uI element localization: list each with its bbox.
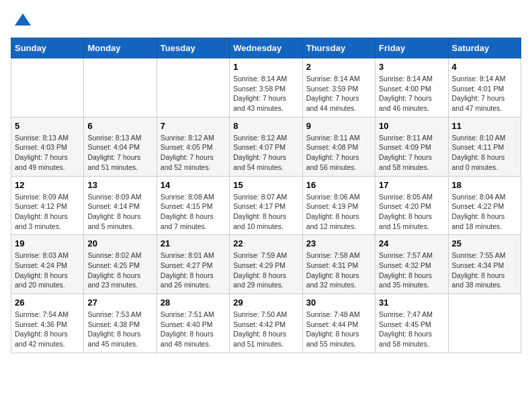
calendar-cell: 31Sunrise: 7:47 AMSunset: 4:45 PMDayligh… [375, 294, 448, 353]
calendar-cell: 27Sunrise: 7:53 AMSunset: 4:38 PMDayligh… [84, 294, 157, 353]
calendar-cell: 15Sunrise: 8:07 AMSunset: 4:17 PMDayligh… [230, 176, 302, 235]
page-header [11, 11, 521, 30]
day-info: Sunrise: 7:58 AMSunset: 4:31 PMDaylight:… [306, 250, 371, 290]
calendar-week-4: 19Sunrise: 8:03 AMSunset: 4:24 PMDayligh… [11, 235, 521, 294]
day-info: Sunrise: 7:55 AMSunset: 4:34 PMDaylight:… [452, 250, 517, 290]
day-info: Sunrise: 8:10 AMSunset: 4:11 PMDaylight:… [452, 133, 517, 173]
day-number: 6 [87, 121, 152, 131]
day-number: 8 [233, 121, 298, 131]
day-info: Sunrise: 8:13 AMSunset: 4:03 PMDaylight:… [15, 133, 80, 173]
day-info: Sunrise: 8:14 AMSunset: 3:59 PMDaylight:… [306, 74, 371, 113]
calendar-cell: 16Sunrise: 8:06 AMSunset: 4:19 PMDayligh… [302, 176, 375, 235]
day-info: Sunrise: 8:02 AMSunset: 4:25 PMDaylight:… [87, 250, 152, 290]
calendar-cell: 24Sunrise: 7:57 AMSunset: 4:32 PMDayligh… [375, 235, 448, 294]
day-info: Sunrise: 8:09 AMSunset: 4:14 PMDaylight:… [87, 192, 152, 232]
day-number: 3 [379, 62, 444, 72]
calendar-cell: 21Sunrise: 8:01 AMSunset: 4:27 PMDayligh… [157, 235, 229, 294]
calendar-cell: 1Sunrise: 8:14 AMSunset: 3:58 PMDaylight… [230, 58, 302, 118]
calendar-cell: 20Sunrise: 8:02 AMSunset: 4:25 PMDayligh… [84, 235, 157, 294]
calendar-cell: 29Sunrise: 7:50 AMSunset: 4:42 PMDayligh… [230, 294, 302, 353]
day-number: 9 [306, 121, 371, 131]
calendar-cell [448, 294, 521, 353]
day-number: 7 [161, 121, 226, 131]
day-number: 22 [233, 238, 298, 248]
day-number: 24 [379, 238, 444, 248]
calendar-table: SundayMondayTuesdayWednesdayThursdayFrid… [11, 38, 521, 353]
calendar-cell: 2Sunrise: 8:14 AMSunset: 3:59 PMDaylight… [302, 58, 375, 118]
calendar-cell: 26Sunrise: 7:54 AMSunset: 4:36 PMDayligh… [11, 294, 84, 353]
calendar-cell: 18Sunrise: 8:04 AMSunset: 4:22 PMDayligh… [448, 176, 521, 235]
col-header-friday: Friday [375, 38, 448, 58]
calendar-cell: 3Sunrise: 8:14 AMSunset: 4:00 PMDaylight… [375, 58, 448, 118]
day-info: Sunrise: 7:57 AMSunset: 4:32 PMDaylight:… [379, 250, 444, 290]
day-number: 17 [379, 180, 444, 190]
col-header-sunday: Sunday [11, 38, 84, 58]
calendar-cell: 30Sunrise: 7:48 AMSunset: 4:44 PMDayligh… [302, 294, 375, 353]
calendar-cell: 11Sunrise: 8:10 AMSunset: 4:11 PMDayligh… [448, 117, 521, 176]
calendar-header-row: SundayMondayTuesdayWednesdayThursdayFrid… [11, 38, 521, 58]
calendar-week-1: 1Sunrise: 8:14 AMSunset: 3:58 PMDaylight… [11, 58, 521, 118]
calendar-cell [157, 58, 229, 118]
calendar-cell: 22Sunrise: 7:59 AMSunset: 4:29 PMDayligh… [230, 235, 302, 294]
day-number: 25 [452, 238, 517, 248]
day-number: 23 [306, 238, 371, 248]
day-number: 5 [15, 121, 80, 131]
day-info: Sunrise: 8:14 AMSunset: 4:00 PMDaylight:… [379, 74, 444, 113]
calendar-cell: 25Sunrise: 7:55 AMSunset: 4:34 PMDayligh… [448, 235, 521, 294]
calendar-week-2: 5Sunrise: 8:13 AMSunset: 4:03 PMDaylight… [11, 117, 521, 176]
day-info: Sunrise: 7:47 AMSunset: 4:45 PMDaylight:… [379, 310, 444, 349]
day-number: 19 [15, 238, 80, 248]
day-info: Sunrise: 8:14 AMSunset: 3:58 PMDaylight:… [233, 74, 298, 113]
day-info: Sunrise: 8:05 AMSunset: 4:20 PMDaylight:… [379, 192, 444, 232]
calendar-cell: 4Sunrise: 8:14 AMSunset: 4:01 PMDaylight… [448, 58, 521, 118]
day-info: Sunrise: 8:12 AMSunset: 4:07 PMDaylight:… [233, 133, 298, 173]
col-header-wednesday: Wednesday [230, 38, 302, 58]
day-info: Sunrise: 7:54 AMSunset: 4:36 PMDaylight:… [15, 310, 80, 349]
day-number: 30 [306, 298, 371, 308]
day-number: 26 [15, 298, 80, 308]
calendar-cell: 17Sunrise: 8:05 AMSunset: 4:20 PMDayligh… [375, 176, 448, 235]
day-info: Sunrise: 8:03 AMSunset: 4:24 PMDaylight:… [15, 250, 80, 290]
col-header-monday: Monday [84, 38, 157, 58]
day-info: Sunrise: 8:12 AMSunset: 4:05 PMDaylight:… [161, 133, 226, 173]
day-number: 11 [452, 121, 517, 131]
day-info: Sunrise: 8:11 AMSunset: 4:08 PMDaylight:… [306, 133, 371, 173]
day-number: 29 [233, 298, 298, 308]
day-info: Sunrise: 8:14 AMSunset: 4:01 PMDaylight:… [452, 74, 517, 113]
calendar-cell: 28Sunrise: 7:51 AMSunset: 4:40 PMDayligh… [157, 294, 229, 353]
day-info: Sunrise: 7:50 AMSunset: 4:42 PMDaylight:… [233, 310, 298, 349]
day-number: 15 [233, 180, 298, 190]
calendar-cell: 7Sunrise: 8:12 AMSunset: 4:05 PMDaylight… [157, 117, 229, 176]
calendar-cell: 12Sunrise: 8:09 AMSunset: 4:12 PMDayligh… [11, 176, 84, 235]
day-info: Sunrise: 8:06 AMSunset: 4:19 PMDaylight:… [306, 192, 371, 232]
day-number: 21 [161, 238, 226, 248]
calendar-week-5: 26Sunrise: 7:54 AMSunset: 4:36 PMDayligh… [11, 294, 521, 353]
col-header-saturday: Saturday [448, 38, 521, 58]
day-number: 2 [306, 62, 371, 72]
day-number: 28 [161, 298, 226, 308]
calendar-cell: 8Sunrise: 8:12 AMSunset: 4:07 PMDaylight… [230, 117, 302, 176]
day-info: Sunrise: 8:07 AMSunset: 4:17 PMDaylight:… [233, 192, 298, 232]
day-number: 16 [306, 180, 371, 190]
day-number: 31 [379, 298, 444, 308]
day-info: Sunrise: 7:53 AMSunset: 4:38 PMDaylight:… [87, 310, 152, 349]
col-header-thursday: Thursday [302, 38, 375, 58]
calendar-cell: 9Sunrise: 8:11 AMSunset: 4:08 PMDaylight… [302, 117, 375, 176]
day-number: 27 [87, 298, 152, 308]
calendar-cell: 5Sunrise: 8:13 AMSunset: 4:03 PMDaylight… [11, 117, 84, 176]
calendar-cell: 23Sunrise: 7:58 AMSunset: 4:31 PMDayligh… [302, 235, 375, 294]
day-number: 1 [233, 62, 298, 72]
day-info: Sunrise: 8:04 AMSunset: 4:22 PMDaylight:… [452, 192, 517, 232]
day-info: Sunrise: 8:13 AMSunset: 4:04 PMDaylight:… [87, 133, 152, 173]
logo-icon [13, 11, 32, 30]
day-info: Sunrise: 7:51 AMSunset: 4:40 PMDaylight:… [161, 310, 226, 349]
day-number: 20 [87, 238, 152, 248]
day-info: Sunrise: 7:59 AMSunset: 4:29 PMDaylight:… [233, 250, 298, 290]
calendar-week-3: 12Sunrise: 8:09 AMSunset: 4:12 PMDayligh… [11, 176, 521, 235]
calendar-cell [11, 58, 84, 118]
day-info: Sunrise: 8:11 AMSunset: 4:09 PMDaylight:… [379, 133, 444, 173]
day-info: Sunrise: 7:48 AMSunset: 4:44 PMDaylight:… [306, 310, 371, 349]
day-info: Sunrise: 8:08 AMSunset: 4:15 PMDaylight:… [161, 192, 226, 232]
logo [11, 11, 32, 30]
day-number: 10 [379, 121, 444, 131]
